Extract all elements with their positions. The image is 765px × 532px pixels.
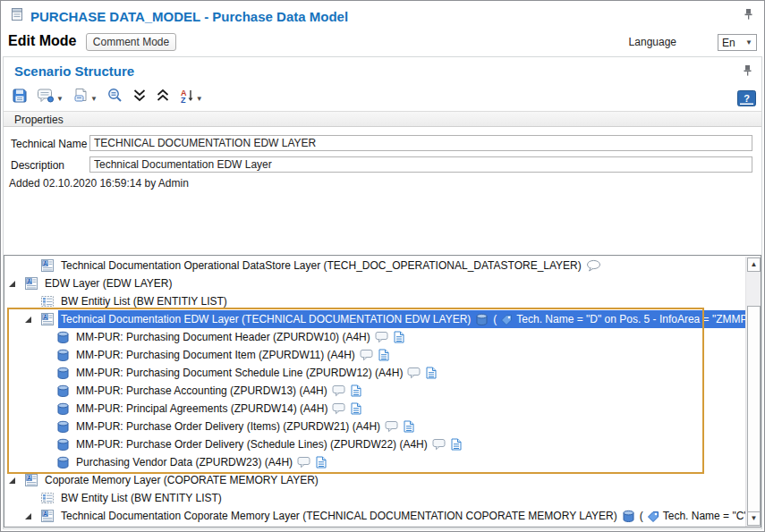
cube-icon	[56, 420, 70, 434]
tree-item-label: MM-PUR: Purchasing Document Schedule Lin…	[76, 367, 403, 379]
expand-triangle-icon[interactable]	[24, 512, 40, 520]
tag-icon	[500, 314, 513, 325]
tree-item[interactable]: ATechnical Documentation Coporate Memory…	[4, 507, 745, 525]
tree-item-label: Technical Documentation Operational Data…	[61, 259, 582, 272]
chevron-down-icon[interactable]: ▼	[56, 93, 64, 103]
tree-item-content: MM-PUR: Principal Agreements (ZPURDW14) …	[73, 400, 364, 418]
chevron-down-icon[interactable]: ▼	[196, 93, 203, 103]
expand-triangle-icon[interactable]	[24, 316, 40, 324]
bubble-icon[interactable]	[432, 438, 446, 451]
bubble-icon[interactable]	[360, 349, 374, 361]
tree-item-content: CM MM-PUR: Purchase Data Header (SLS_OO_…	[73, 525, 473, 527]
tree-item[interactable]: BW Entitiy List (BW ENTITIY LIST)	[4, 292, 745, 310]
double-chevron-down-icon	[132, 89, 147, 106]
bubble-icon[interactable]	[407, 367, 421, 379]
tree-item[interactable]: MM-PUR: Purchasing Document Header (ZPUR…	[4, 328, 745, 346]
bubble-icon[interactable]	[332, 402, 346, 415]
document-icon[interactable]	[394, 331, 404, 343]
tree-item-content: MM-PUR: Purchasing Document Header (ZPUR…	[73, 328, 407, 346]
toolbar-button-comments[interactable]: ▼	[34, 86, 66, 109]
help-icon[interactable]: ?	[737, 90, 756, 107]
bubble-icon[interactable]	[297, 456, 311, 469]
cube-icon	[56, 349, 70, 362]
cube-icon	[56, 384, 70, 398]
toolbar-button-search[interactable]	[104, 86, 126, 109]
tree-item[interactable]: MM-PUR: Purchase Order Delivery (Schedul…	[4, 435, 745, 453]
comment-mode-button[interactable]: Comment Mode	[86, 33, 176, 51]
tree: ATechnical Documentation Operational Dat…	[4, 257, 745, 527]
entity-list-icon	[40, 491, 55, 505]
tree-item-label: MM-PUR: Purchasing Document Header (ZPUR…	[76, 331, 370, 343]
tree-item[interactable]: AEDW Layer (EDW LAYER)	[4, 274, 745, 292]
cube-icon	[56, 438, 70, 452]
document-icon[interactable]	[316, 456, 327, 469]
cube-icon	[56, 367, 70, 380]
svg-text:?: ?	[744, 93, 750, 104]
tree-item[interactable]: MM-PUR: Purchase Accounting (ZPURDW13) (…	[4, 382, 745, 400]
language-label: Language	[629, 36, 676, 48]
bubble-icon[interactable]	[385, 420, 399, 433]
tree-item-content: Purchasing Vendor Data (ZPURDW23) (A4H)	[73, 453, 329, 471]
svg-text:A: A	[27, 278, 31, 284]
technical-name-label: Technical Name	[11, 138, 87, 150]
svg-text:A: A	[43, 511, 47, 517]
tree-item[interactable]: BW Entity List (BW ENTITY LIST)	[4, 489, 745, 507]
edit-mode-label: Edit Mode	[8, 33, 76, 49]
description-label: Description	[11, 159, 64, 172]
svg-text:A: A	[43, 260, 47, 266]
tree-item[interactable]: MM-PUR: Purchase Order Delivery (Items) …	[4, 418, 745, 435]
magnifier-icon	[106, 88, 123, 107]
document-icon[interactable]	[404, 420, 414, 433]
document-icon[interactable]	[351, 384, 361, 397]
tree-item-label: BW Entity List (BW ENTITY LIST)	[61, 492, 222, 504]
properties-tab-bar: Properties	[4, 111, 761, 127]
tree-item[interactable]: ACoporate Memory Layer (COPORATE MEMORY …	[4, 471, 745, 489]
toolbar-button-save[interactable]	[9, 86, 30, 109]
expand-triangle-icon[interactable]	[8, 477, 24, 485]
tree-item[interactable]: MM-PUR: Purchasing Document Item (ZPURDW…	[4, 346, 745, 364]
toolbar-button-collapse-all[interactable]	[153, 87, 173, 108]
tree-item[interactable]: MM-PUR: Principal Agreements (ZPURDW14) …	[4, 400, 745, 418]
toolbar-button-copy-node[interactable]: ▼	[70, 86, 100, 109]
cube-icon	[56, 456, 70, 469]
chevron-down-icon[interactable]: ▼	[90, 93, 98, 103]
scrollbar-thumb[interactable]	[747, 306, 761, 513]
vertical-scrollbar[interactable]: ▲ ▼	[745, 257, 761, 527]
document-icon[interactable]	[351, 402, 361, 415]
tree-item-label: MM-PUR: Purchase Order Delivery (Schedul…	[76, 438, 428, 451]
layer-icon: A	[40, 258, 55, 273]
tree-item[interactable]: Purchasing Vendor Data (ZPURDW23) (A4H)	[4, 453, 745, 471]
tree-item-label: MM-PUR: Purchasing Document Item (ZPURDW…	[76, 349, 355, 361]
double-chevron-up-icon	[156, 89, 170, 106]
tab-properties[interactable]: Properties	[14, 114, 64, 126]
layer-icon: A	[40, 509, 55, 523]
chevron-down-icon: ▼	[745, 38, 752, 46]
tree-item[interactable]: ATechnical Documentation Operational Dat…	[4, 257, 745, 274]
tree-item-content: MM-PUR: Purchase Order Delivery (Items) …	[73, 418, 417, 435]
tree-item-content: MM-PUR: Purchase Accounting (ZPURDW13) (…	[73, 382, 364, 400]
tree-item[interactable]: ATechnical Documentation EDW Layer (TECH…	[4, 310, 745, 328]
technical-name-input[interactable]	[89, 135, 752, 151]
tree-item-label: EDW Layer (EDW LAYER)	[45, 277, 172, 290]
rule-open-paren: (	[640, 510, 643, 522]
toolbar: ▼▼AZ▼	[9, 87, 206, 108]
document-icon[interactable]	[451, 438, 462, 451]
toolbar-button-sort[interactable]: AZ▼	[176, 86, 206, 109]
tree-item[interactable]: MM-PUR: Purchasing Document Schedule Lin…	[4, 364, 745, 382]
tree-item[interactable]: CM MM-PUR: Purchase Data Header (SLS_OO_…	[4, 525, 745, 527]
language-select[interactable]: En ▼	[718, 34, 757, 51]
pin-icon[interactable]	[743, 64, 753, 77]
document-icon[interactable]	[378, 349, 389, 361]
bubble-icon[interactable]	[332, 384, 346, 397]
toolbar-button-expand-all[interactable]	[130, 87, 149, 108]
scroll-up-icon[interactable]: ▲	[747, 258, 761, 272]
bubble-outline-icon[interactable]	[586, 259, 601, 272]
description-input[interactable]	[89, 156, 752, 173]
pin-icon[interactable]	[744, 8, 754, 21]
document-icon[interactable]	[426, 367, 437, 379]
expand-triangle-icon[interactable]	[8, 280, 24, 288]
scroll-down-icon[interactable]: ▼	[747, 511, 761, 526]
tree-item-label: MM-PUR: Purchase Accounting (ZPURDW13) (…	[76, 384, 327, 397]
bubble-icon[interactable]	[375, 331, 389, 343]
tree-item-label: BW Entitiy List (BW ENTITIY LIST)	[61, 295, 227, 308]
